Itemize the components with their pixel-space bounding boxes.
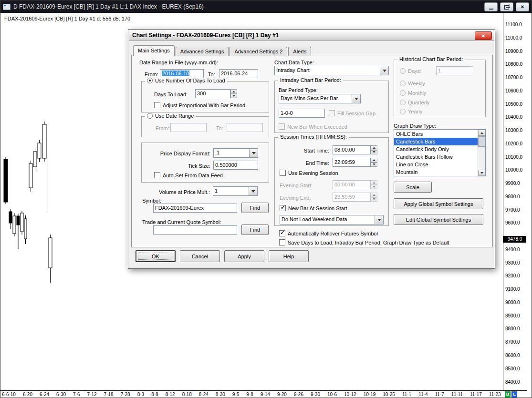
adjust-proportional-checkbox[interactable]: Adjust Proportional With Bar Period (154, 102, 245, 108)
to-date-input[interactable]: 2016-06-24 (219, 69, 258, 78)
spin-up-button[interactable] (371, 158, 377, 163)
tab-advanced-settings-2[interactable]: Advanced Settings 2 (229, 47, 287, 56)
graph-draw-item[interactable]: Line on Close (394, 161, 478, 168)
dialog-titlebar[interactable]: Chart Settings - FDAX-201609-Eurex [CB] … (129, 30, 494, 41)
spin-down-button[interactable] (371, 163, 377, 167)
tab-advanced-settings[interactable]: Advanced Settings (176, 47, 229, 56)
apply-global-symbol-settings-button[interactable]: Apply Global Symbol Settings (394, 198, 483, 209)
chart-settings-dialog: Chart Settings - FDAX-201609-Eurex [CB] … (128, 29, 495, 269)
new-bar-when-exceeded-checkbox[interactable]: New Bar When Exceeded (279, 123, 347, 130)
end-time-input[interactable]: 22:09:59 (333, 158, 377, 167)
rollover-futures-checkbox[interactable]: Automatically Rollover Futures Symbol (279, 230, 378, 236)
price-axis-label: 10700.0 (505, 75, 522, 80)
graph-draw-item[interactable]: Candlestick Body Only (394, 145, 478, 153)
quarterly-radio[interactable] (400, 100, 406, 105)
edit-global-symbol-settings-button[interactable]: Edit Global Symbol Settings (394, 214, 483, 225)
dialog-close-button[interactable]: ✕ (475, 31, 492, 40)
symbol-input[interactable]: FDAX-201609-Eurex (153, 204, 237, 213)
price-axis-label: 10800.0 (505, 61, 522, 67)
ok-button[interactable]: OK (136, 250, 176, 262)
graph-draw-item[interactable]: Candlestick Bars Hollow (394, 153, 478, 161)
yearly-radio[interactable] (400, 109, 406, 114)
evening-start-input[interactable]: 00:00:00 (333, 180, 377, 189)
graph-draw-item[interactable]: Mountain (394, 168, 478, 176)
new-bar-at-session-start-checkbox[interactable]: New Bar At Session Start (280, 205, 347, 211)
use-days-radio[interactable] (147, 78, 153, 83)
weekly-radio[interactable] (400, 81, 406, 86)
trade-symbol-input[interactable] (153, 225, 237, 235)
spin-down-button[interactable] (371, 150, 377, 155)
dropdown-arrow-icon[interactable] (352, 94, 360, 103)
chart-data-type-combo[interactable]: Intraday Chart (274, 66, 389, 75)
help-button[interactable]: Help (269, 250, 309, 262)
range-from-label: From: (156, 125, 169, 132)
scrollbar-thumb[interactable] (478, 136, 485, 147)
dropdown-arrow-icon[interactable] (249, 187, 257, 195)
dropdown-arrow-icon[interactable] (375, 215, 383, 224)
weekly-radio-row[interactable]: Weekly (400, 81, 425, 86)
price-display-format-label: Price Display Format: (146, 151, 210, 157)
date-range-in-file-label: Date Range In File (yyyy-mm-dd): (139, 60, 218, 66)
bar-period-input[interactable]: 1-0-0 (279, 109, 325, 118)
weekend-data-combo[interactable]: Do Not Load Weekend Data (280, 215, 384, 225)
from-date-input[interactable]: 2016-06-10 (160, 69, 204, 78)
time-axis-label: 7-6 (73, 392, 80, 397)
historical-days-input[interactable]: 1 (436, 66, 473, 75)
scroll-up-icon[interactable] (478, 130, 485, 136)
dropdown-arrow-icon[interactable] (380, 66, 388, 75)
cancel-button[interactable]: Cancel (180, 250, 220, 262)
monthly-radio-row[interactable]: Monthly (400, 90, 427, 96)
intraday-bar-period-group: Intraday Chart Bar Period: Bar Period Ty… (274, 81, 389, 133)
minimize-icon (489, 9, 493, 10)
range-to-input[interactable] (227, 123, 263, 132)
start-time-input[interactable]: 08:00:00 (333, 145, 377, 154)
evening-end-input[interactable]: 23:59:59 (333, 193, 377, 202)
listbox-scrollbar[interactable] (478, 130, 485, 176)
price-display-format-combo[interactable]: .1 (213, 148, 258, 158)
chart-data-type-label: Chart Data Type: (274, 60, 314, 66)
tick-size-input[interactable]: 0.500000 (213, 161, 258, 170)
use-date-range-radio[interactable] (147, 113, 153, 119)
dropdown-arrow-icon[interactable] (249, 149, 258, 157)
tab-alerts[interactable]: Alerts (288, 47, 311, 56)
spin-up-button[interactable] (371, 145, 377, 150)
close-button[interactable]: ✕ (516, 2, 529, 11)
use-evening-session-checkbox[interactable]: Use Evening Session (280, 170, 338, 176)
use-days-label: Use Number Of Days To Load (155, 78, 225, 83)
days-radio-row[interactable]: Days: (400, 68, 421, 74)
app-icon (3, 4, 10, 10)
fill-session-gap-checkbox[interactable]: Fill Session Gap (329, 110, 376, 116)
apply-button[interactable]: Apply (224, 250, 264, 262)
use-days-group: Use Number Of Days To Load Days To Load:… (141, 81, 269, 112)
graph-draw-item[interactable]: Candlestick Bars (394, 138, 478, 145)
restore-button[interactable] (500, 2, 513, 11)
days-to-load-input[interactable]: 300 (195, 89, 237, 98)
time-axis-label: 9-20 (277, 392, 287, 397)
scroll-down-icon[interactable] (478, 170, 485, 176)
price-axis-label: 9200.0 (505, 273, 520, 278)
range-from-input[interactable] (170, 123, 207, 132)
window-titlebar[interactable]: D FDAX-201609-Eurex [CB] [R] 1 Day #1 L:… (0, 0, 532, 13)
monthly-radio[interactable] (400, 90, 406, 96)
save-as-default-checkbox[interactable]: Save Days to Load, Intraday Bar Period, … (279, 239, 449, 245)
trade-symbol-find-button[interactable]: Find (241, 225, 269, 235)
auto-set-checkbox[interactable]: Auto-Set From Data Feed (154, 172, 223, 178)
spin-down-button[interactable] (230, 94, 237, 99)
spin-up-button[interactable] (230, 89, 237, 94)
days-radio[interactable] (400, 68, 406, 74)
time-axis-label: 6-24 (40, 392, 49, 397)
price-axis-label: 9000.0 (505, 300, 520, 305)
graph-draw-item[interactable]: OHLC Bars (394, 130, 478, 138)
volume-mult-combo[interactable]: 1 (213, 186, 258, 196)
minimize-button[interactable] (484, 2, 498, 11)
time-axis-label: 10-19 (364, 392, 376, 397)
yearly-radio-row[interactable]: Yearly (400, 109, 422, 114)
tab-main-settings[interactable]: Main Settings (133, 45, 175, 56)
bar-period-type-combo[interactable]: Days-Mins-Secs Per Bar (279, 94, 361, 103)
quarterly-radio-row[interactable]: Quarterly (400, 100, 429, 105)
scale-button[interactable]: Scale (394, 182, 432, 193)
symbol-find-button[interactable]: Find (241, 203, 269, 213)
graph-draw-type-listbox[interactable]: OHLC BarsCandlestick BarsCandlestick Bod… (394, 129, 486, 176)
price-axis-label: 8600.0 (505, 353, 520, 358)
time-axis-label: 7-18 (104, 392, 114, 397)
